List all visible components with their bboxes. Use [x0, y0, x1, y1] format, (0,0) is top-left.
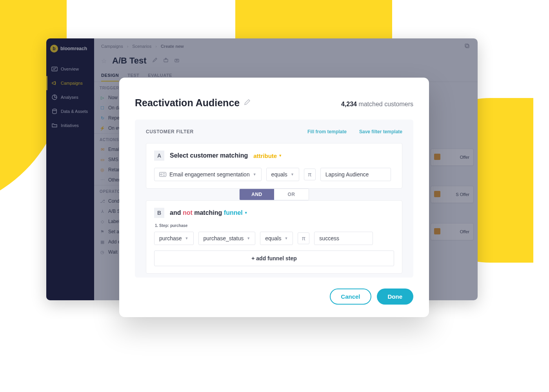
chip-label: equals [271, 171, 287, 178]
rule-badge-b: B [154, 208, 164, 218]
modal-footer: Cancel Done [135, 289, 413, 305]
and-button[interactable]: AND [240, 189, 274, 200]
operator-chip[interactable]: equals ▼ [266, 168, 299, 181]
event-chip[interactable]: purchase ▼ [154, 232, 194, 245]
pi-icon[interactable]: π [298, 232, 309, 244]
modal-header: Reactivation Audience 4,234 matched cust… [135, 97, 413, 109]
matched-count: 4,234 [341, 101, 357, 107]
attribute-chip[interactable]: Email engagement segmentation ▼ [154, 168, 262, 181]
save-filter-template-link[interactable]: Save filter template [359, 129, 402, 134]
rule-a: A Select customer matching attribute ▼ E… [146, 143, 402, 189]
svg-point-8 [160, 174, 162, 175]
funnel-dropdown[interactable]: funnel ▼ [224, 209, 248, 216]
chevron-down-icon: ▼ [291, 172, 294, 176]
chip-label: purchase_status [204, 235, 244, 241]
rule-badge-a: A [154, 151, 164, 161]
add-funnel-step-button[interactable]: + add funnel step [154, 250, 394, 266]
chevron-down-icon: ▼ [247, 236, 250, 240]
kw-funnel: funnel [224, 209, 243, 216]
modal-title: Reactivation Audience [135, 97, 240, 109]
pi-icon[interactable]: π [304, 169, 316, 180]
cancel-button[interactable]: Cancel [330, 289, 371, 305]
value-chip[interactable]: Lapsing Audience [320, 168, 391, 181]
id-icon [159, 172, 166, 177]
andor-toggle: AND OR [146, 189, 402, 200]
chip-label: success [319, 235, 339, 241]
filter-heading: CUSTOMER FILTER [146, 129, 194, 134]
value-chip[interactable]: success [314, 232, 373, 245]
matched-suffix: matched customers [358, 101, 413, 107]
done-button[interactable]: Done [377, 289, 414, 305]
chevron-down-icon: ▼ [284, 236, 288, 240]
rule-a-prompt: Select customer matching [170, 152, 248, 159]
field-chip[interactable]: purchase_status ▼ [198, 232, 256, 245]
customer-filter: CUSTOMER FILTER Fill from template Save … [135, 120, 413, 278]
operator-chip[interactable]: equals ▼ [260, 232, 293, 245]
kw-not: not [183, 209, 193, 216]
chip-label: Lapsing Audience [325, 171, 369, 178]
fill-from-template-link[interactable]: Fill from template [307, 129, 347, 134]
chevron-down-icon: ▼ [244, 211, 248, 215]
chip-label: Email engagement segmentation [169, 171, 250, 178]
audience-modal: Reactivation Audience 4,234 matched cust… [119, 78, 429, 317]
chevron-down-icon: ▼ [278, 154, 282, 158]
kw-and: and [170, 209, 181, 216]
rule-type-dropdown[interactable]: attribute ▼ [253, 152, 282, 159]
kw-matching: matching [194, 209, 222, 216]
rule-type-label: attribute [253, 152, 277, 159]
rule-b: B and not matching funnel ▼ 1. Step: pur… [146, 200, 402, 274]
chevron-down-icon: ▼ [185, 236, 189, 240]
matched-customers: 4,234 matched customers [341, 101, 413, 108]
pencil-icon[interactable] [244, 99, 251, 107]
funnel-step-label: 1. Step: purchase [155, 223, 394, 228]
chevron-down-icon: ▼ [253, 172, 256, 176]
chip-label: equals [265, 235, 281, 241]
chip-label: purchase [159, 235, 182, 241]
or-button[interactable]: OR [274, 189, 309, 200]
